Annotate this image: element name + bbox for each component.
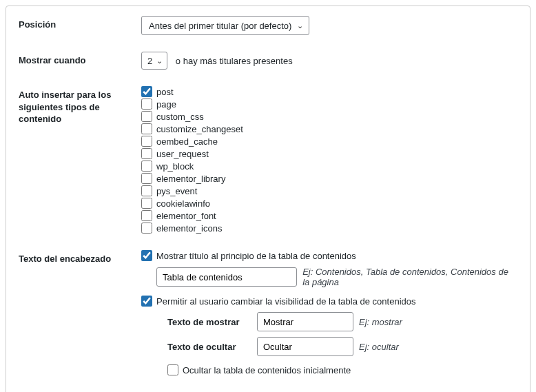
hide-text-hint: Ej: ocultar: [359, 342, 399, 352]
hide-text-label: Texto de ocultar: [167, 342, 257, 352]
show-when-select[interactable]: 2 ⌄: [141, 52, 167, 70]
show-text-label: Texto de mostrar: [167, 317, 257, 327]
content-type-checkbox-wp_block[interactable]: [141, 161, 152, 172]
show-title-label: Mostrar título al principio de la tabla …: [156, 251, 356, 261]
content-type-label: page: [156, 99, 176, 110]
content-type-pys_event: pys_event: [141, 185, 517, 196]
label-auto-insert: Auto insertar para los siguientes tipos …: [19, 86, 141, 125]
row-auto-insert: Auto insertar para los siguientes tipos …: [19, 86, 517, 234]
label-position: Posición: [19, 16, 141, 31]
title-text-hint: Ej: Contenidos, Tabla de contenidos, Con…: [302, 267, 517, 287]
content-type-label: customize_changeset: [156, 124, 243, 134]
content-type-checkbox-user_request[interactable]: [141, 148, 152, 159]
content-type-checkbox-cookielawinfo[interactable]: [141, 198, 152, 209]
show-text-input[interactable]: [257, 312, 353, 331]
content-type-label: custom_css: [156, 112, 204, 122]
content-type-oembed_cache: oembed_cache: [141, 136, 517, 147]
row-heading-text: Texto del encabezado Mostrar título al p…: [19, 250, 517, 377]
content-type-checkbox-elementor_font[interactable]: [141, 210, 152, 221]
content-type-checkbox-post[interactable]: [141, 86, 152, 97]
auto-insert-list: postpagecustom_csscustomize_changesetoem…: [141, 86, 517, 234]
content-type-checkbox-elementor_icons[interactable]: [141, 223, 152, 234]
content-type-user_request: user_request: [141, 148, 517, 159]
hide-initially-label: Ocultar la tabla de contenidos inicialme…: [183, 365, 351, 375]
content-type-label: cookielawinfo: [156, 198, 210, 209]
content-type-checkbox-page[interactable]: [141, 99, 152, 110]
position-select[interactable]: Antes del primer titular (por defecto) ⌄: [141, 16, 309, 35]
content-type-label: pys_event: [156, 186, 197, 196]
hide-text-row: Texto de ocultar Ej: ocultar: [167, 337, 517, 356]
allow-toggle-label: Permitir al usuario cambiar la visibilid…: [156, 296, 415, 307]
content-type-post: post: [141, 86, 517, 97]
show-text-row: Texto de mostrar Ej: mostrar: [167, 312, 517, 331]
content-type-elementor_icons: elementor_icons: [141, 223, 517, 234]
content-type-label: elementor_font: [156, 211, 216, 221]
show-text-hint: Ej: mostrar: [359, 317, 402, 327]
hide-text-input[interactable]: [257, 337, 353, 356]
content-type-customize_changeset: customize_changeset: [141, 123, 517, 134]
allow-toggle-checkbox[interactable]: [141, 296, 152, 307]
content-type-cookielawinfo: cookielawinfo: [141, 198, 517, 209]
allow-toggle-option: Permitir al usuario cambiar la visibilid…: [141, 296, 517, 307]
title-text-row: Ej: Contenidos, Tabla de contenidos, Con…: [156, 267, 517, 287]
content-type-label: elementor_library: [156, 174, 225, 184]
content-type-checkbox-custom_css[interactable]: [141, 111, 152, 122]
content-type-checkbox-oembed_cache[interactable]: [141, 136, 152, 147]
row-position: Posición Antes del primer titular (por d…: [19, 16, 517, 35]
show-when-value: 2: [147, 56, 152, 66]
content-type-wp_block: wp_block: [141, 161, 517, 172]
content-type-label: elementor_icons: [156, 223, 222, 234]
content-type-custom_css: custom_css: [141, 111, 517, 122]
label-heading-text: Texto del encabezado: [19, 250, 141, 265]
content-type-checkbox-customize_changeset[interactable]: [141, 123, 152, 134]
content-type-page: page: [141, 99, 517, 110]
show-title-checkbox[interactable]: [141, 250, 152, 261]
hide-initially-option: Ocultar la tabla de contenidos inicialme…: [167, 364, 517, 375]
content-type-label: user_request: [156, 149, 209, 159]
chevron-down-icon: ⌄: [297, 21, 303, 30]
label-show-when: Mostrar cuando: [19, 52, 141, 67]
content-type-elementor_font: elementor_font: [141, 210, 517, 221]
content-type-label: post: [156, 87, 174, 97]
content-type-checkbox-pys_event[interactable]: [141, 185, 152, 196]
content-type-label: oembed_cache: [156, 136, 218, 147]
title-text-input[interactable]: [156, 267, 297, 287]
row-show-when: Mostrar cuando 2 ⌄ o hay más titulares p…: [19, 52, 517, 70]
chevron-down-icon: ⌄: [156, 56, 163, 65]
position-select-value: Antes del primer titular (por defecto): [149, 21, 291, 31]
content-type-elementor_library: elementor_library: [141, 173, 517, 184]
show-title-option: Mostrar título al principio de la tabla …: [141, 250, 517, 261]
show-when-suffix: o hay más titulares presentes: [176, 56, 293, 66]
content-type-checkbox-elementor_library[interactable]: [141, 173, 152, 184]
content-type-label: wp_block: [156, 161, 194, 172]
settings-panel: Posición Antes del primer titular (por d…: [6, 6, 530, 392]
hide-initially-checkbox[interactable]: [167, 364, 178, 375]
